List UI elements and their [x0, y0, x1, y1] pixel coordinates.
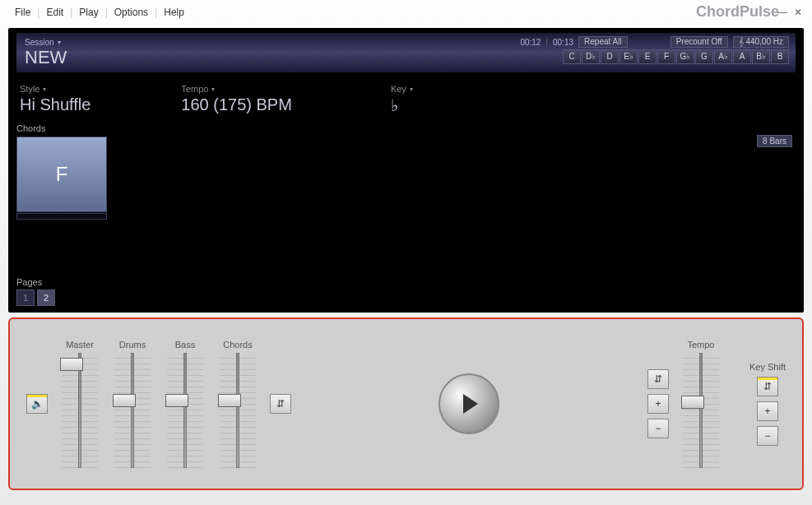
note-button-F[interactable]: F	[657, 49, 675, 64]
note-button-Ab[interactable]: A♭	[714, 49, 732, 64]
menu-file[interactable]: File	[10, 5, 35, 20]
key-label[interactable]: Key▾	[391, 84, 413, 94]
chord-tile[interactable]: F	[16, 137, 107, 212]
page-button-2[interactable]: 2	[37, 290, 55, 306]
keyshift-reset-button[interactable]: ⇵	[757, 377, 778, 396]
fader-label-master: Master	[66, 340, 94, 350]
fader-master[interactable]	[60, 358, 83, 371]
editor-panel: Session▾ NEW 00:12| 00:13 Repeat All Pre…	[8, 28, 804, 313]
session-header: Session▾ NEW 00:12| 00:13 Repeat All Pre…	[16, 33, 796, 72]
chevron-down-icon: ▾	[43, 86, 46, 93]
chord-timeline[interactable]	[16, 213, 107, 220]
brand-label: ChordPulse	[696, 3, 779, 21]
fader-bass[interactable]	[165, 394, 188, 407]
key-selector-row: CD♭DE♭EFG♭GA♭AB♭B	[563, 49, 789, 64]
note-button-E[interactable]: E	[638, 49, 657, 64]
note-button-Bb[interactable]: B♭	[752, 49, 770, 64]
keyshift-minus-button[interactable]: −	[757, 426, 778, 446]
session-label[interactable]: Session▾	[25, 38, 67, 47]
fader-chords[interactable]	[218, 394, 241, 407]
menu-help[interactable]: Help	[159, 5, 189, 20]
note-button-Eb[interactable]: E♭	[619, 49, 638, 64]
time-total: 00:13	[553, 38, 573, 47]
keyshift-plus-button[interactable]: +	[757, 401, 778, 421]
tempo-fader-label: Tempo	[687, 340, 714, 350]
mixer-reset-button[interactable]: ⇵	[270, 394, 291, 414]
reset-icon: ⇵	[763, 381, 772, 392]
tuning-button[interactable]: 𝄞 440,00 Hz	[733, 36, 789, 48]
tempo-reset-button[interactable]: ⇵	[647, 369, 669, 389]
menu-edit[interactable]: Edit	[41, 5, 68, 20]
chevron-down-icon: ▾	[211, 86, 215, 93]
tempo-label[interactable]: Tempo▾	[181, 84, 292, 94]
fader-drums[interactable]	[113, 394, 136, 407]
menu-bar: File| Edit| Play| Options| Help ChordPul…	[0, 0, 812, 25]
note-button-C[interactable]: C	[563, 49, 581, 64]
key-value: ♭	[391, 95, 413, 115]
chords-area: Chords F	[16, 123, 796, 220]
style-value: Hi Shuffle	[20, 95, 90, 114]
note-button-B[interactable]: B	[771, 49, 789, 64]
keyshift-label: Key Shift	[749, 362, 786, 372]
page-button-1[interactable]: 1	[16, 290, 35, 306]
close-icon[interactable]: ✕	[794, 7, 802, 18]
chevron-down-icon: ▾	[410, 86, 413, 93]
fader-label-chords: Chords	[223, 340, 252, 350]
minimize-icon[interactable]: —	[777, 7, 787, 18]
pages-area: Pages 12	[16, 277, 55, 306]
speaker-icon: 🔈	[31, 398, 44, 410]
note-button-D[interactable]: D	[601, 49, 619, 64]
reset-icon: ⇵	[654, 373, 662, 385]
play-button[interactable]	[438, 373, 499, 434]
session-name: NEW	[25, 47, 67, 68]
bars-badge[interactable]: 8 Bars	[757, 135, 792, 147]
chevron-down-icon: ▾	[58, 39, 61, 46]
fader-label-drums: Drums	[119, 340, 146, 350]
note-button-A[interactable]: A	[733, 49, 751, 64]
mute-button[interactable]: 🔈	[26, 394, 48, 414]
repeat-mode-button[interactable]: Repeat All	[578, 36, 628, 48]
precount-button[interactable]: Precount Off	[670, 36, 728, 48]
chords-label: Chords	[16, 123, 796, 133]
menu-play[interactable]: Play	[74, 5, 103, 20]
time-elapsed: 00:12	[520, 38, 541, 47]
note-button-Db[interactable]: D♭	[582, 49, 600, 64]
tempo-minus-button[interactable]: −	[647, 419, 669, 438]
note-button-Gb[interactable]: G♭	[676, 49, 694, 64]
menu-options[interactable]: Options	[109, 5, 153, 20]
fader-label-bass: Bass	[175, 340, 195, 350]
play-icon	[463, 394, 478, 414]
reset-icon: ⇵	[276, 398, 285, 410]
mixer-panel: 🔈 MasterDrumsBassChords ⇵ ⇵ + − Tempo Ke…	[8, 317, 804, 490]
tuning-fork-icon: 𝄞	[739, 37, 744, 46]
pages-label: Pages	[16, 277, 55, 287]
tempo-value: 160 (175) BPM	[181, 95, 292, 114]
style-label[interactable]: Style▾	[20, 84, 90, 94]
info-row: Style▾ Hi Shuffle Tempo▾ 160 (175) BPM K…	[16, 79, 796, 115]
note-button-G[interactable]: G	[695, 49, 713, 64]
tempo-fader[interactable]	[681, 396, 704, 409]
app-window: File| Edit| Play| Options| Help ChordPul…	[0, 0, 812, 505]
tempo-plus-button[interactable]: +	[647, 394, 669, 414]
